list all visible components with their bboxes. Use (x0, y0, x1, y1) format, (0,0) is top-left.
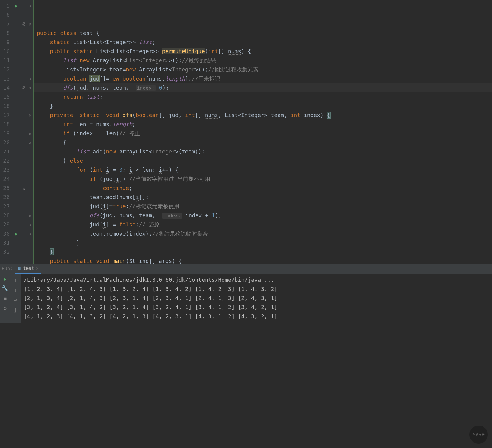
code-line[interactable]: { (37, 138, 492, 147)
fold-toggle[interactable]: ⊖ (27, 1, 33, 10)
console-line: [3, 1, 2, 4] [3, 1, 4, 2] [3, 2, 1, 4] [… (24, 303, 489, 312)
fold-gutter[interactable]: ⊖⊖⊖⊖⊖⊖⊖⊖⊖⊖ (27, 0, 33, 264)
up-arrow-icon[interactable]: ↑ (14, 277, 17, 283)
run-gutter[interactable]: ▶▶ (12, 0, 21, 264)
run-line-icon[interactable]: ▶ (15, 3, 18, 8)
code-line[interactable]: int len = nums.length; (37, 120, 492, 129)
fold-toggle[interactable]: ⊖ (27, 220, 33, 229)
code-line[interactable]: jud[i]=true;//标记该元素被使用 (37, 202, 492, 211)
soft-wrap-icon[interactable]: ↩ (14, 297, 17, 303)
code-area[interactable]: public class test { static List<List<Int… (33, 0, 492, 264)
code-line[interactable]: continue; (37, 184, 492, 193)
fold-toggle[interactable]: ⊖ (27, 83, 33, 92)
fold-toggle[interactable]: ⊖ (27, 138, 33, 147)
code-line[interactable]: for (int i = 0; i < len; i++) { (37, 165, 492, 174)
code-line[interactable]: dfs(jud, nums, team, index: index + 1); (37, 211, 492, 220)
run-header: Run: ▦ test × (0, 264, 492, 274)
down-arrow-icon[interactable]: ↓ (14, 287, 17, 293)
console-output[interactable]: /Library/Java/JavaVirtualMachines/jdk1.8… (21, 274, 492, 323)
line-numbers: 5678910111213141516171819202122232425262… (0, 0, 12, 264)
run-toolbar-secondary: ↑ ↓ ↩ ⭳ (10, 274, 21, 323)
code-line[interactable]: if (jud[i]) //当前数字被用过 当前即不可用 (37, 174, 492, 184)
console-line: /Library/Java/JavaVirtualMachines/jdk1.8… (24, 275, 489, 284)
code-line[interactable]: list.add(new ArrayList<Integer>(team)); (37, 147, 492, 156)
code-line[interactable]: public class test { (37, 29, 492, 38)
code-line[interactable]: public static List<List<Integer>> permut… (37, 47, 492, 56)
code-line[interactable]: } else (37, 156, 492, 165)
fold-toggle[interactable]: ⊖ (27, 229, 33, 238)
code-line[interactable]: } (37, 247, 492, 257)
fold-toggle[interactable]: ⊖ (27, 211, 33, 220)
run-line-icon[interactable]: ▶ (15, 231, 18, 236)
gutter: 5678910111213141516171819202122232425262… (0, 0, 33, 264)
code-line[interactable]: return list; (37, 92, 492, 102)
console-line: [4, 1, 2, 3] [4, 1, 3, 2] [4, 2, 1, 3] [… (24, 312, 489, 321)
run-tab[interactable]: ▦ test × (15, 264, 41, 274)
code-line[interactable]: } (37, 102, 492, 111)
fold-toggle[interactable]: ⊖ (27, 129, 33, 138)
run-label: Run: (2, 266, 15, 271)
run-config-icon: ▦ (17, 266, 21, 271)
code-line[interactable]: list=new ArrayList<List<Integer>>();//最终… (37, 56, 492, 65)
run-toolbar-primary: ▶ 🔧 ◼ ⚙ (0, 274, 10, 323)
wrench-icon[interactable]: 🔧 (2, 285, 9, 291)
code-line[interactable]: } (37, 238, 492, 247)
fold-toggle[interactable]: ⊖ (27, 19, 33, 29)
console-line: [2, 1, 3, 4] [2, 1, 4, 3] [2, 3, 1, 4] [… (24, 294, 489, 303)
debug-icon[interactable]: ⚙ (4, 305, 7, 312)
code-line[interactable]: private static void dfs(boolean[] jud, i… (37, 111, 492, 120)
code-line[interactable]: if (index == len)// 停止 (37, 129, 492, 138)
code-editor[interactable]: 5678910111213141516171819202122232425262… (0, 0, 492, 264)
code-line[interactable]: team.remove(index);//将结果移除临时集合 (37, 229, 492, 238)
annotation-gutter[interactable]: @@↻ (21, 0, 27, 264)
code-line[interactable]: public static void main(String[] args) { (37, 257, 492, 264)
code-line[interactable]: boolean jud[]=new boolean[nums.length];/… (37, 74, 492, 83)
code-line[interactable]: static List<List<Integer>> list; (37, 38, 492, 47)
close-icon[interactable]: × (36, 266, 38, 271)
code-line[interactable]: List<Integer> team=new ArrayList<Integer… (37, 65, 492, 74)
fold-toggle[interactable]: ⊖ (27, 111, 33, 120)
stop-icon[interactable]: ◼ (4, 295, 7, 302)
scroll-to-end-icon[interactable]: ⭳ (13, 307, 18, 313)
run-tab-name: test (23, 266, 34, 271)
code-line[interactable]: jud[i] = false;// 还原 (37, 220, 492, 229)
console-line: [1, 2, 3, 4] [1, 2, 4, 3] [1, 3, 2, 4] [… (24, 284, 489, 294)
run-tool-window: Run: ▦ test × ▶ 🔧 ◼ ⚙ ↑ ↓ ↩ ⭳ /Library/J… (0, 264, 492, 323)
rerun-icon[interactable]: ▶ (4, 277, 6, 281)
code-line[interactable]: team.add(nums[i]); (37, 193, 492, 202)
fold-toggle[interactable]: ⊖ (27, 74, 33, 83)
